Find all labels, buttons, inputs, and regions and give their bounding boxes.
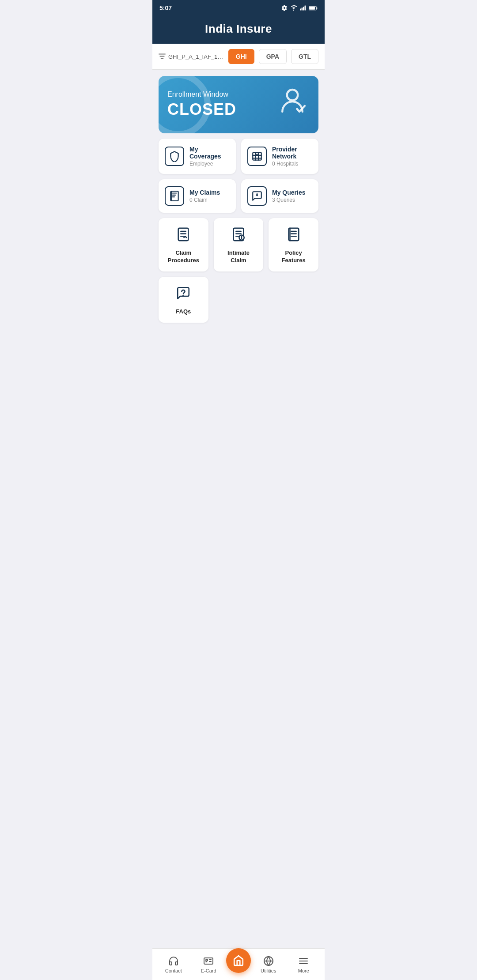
provider-subtitle: 0 Hospitals [272,161,312,167]
settings-icon [281,5,288,11]
my-claims-card[interactable]: My Claims 0 Claim [159,179,236,213]
app-title: India Insure [159,22,318,36]
info-card-row-1: My Coverages Employee Provider Network 0… [159,139,318,174]
provider-network-card[interactable]: Provider Network 0 Hospitals [241,139,318,174]
queries-subtitle: 3 Queries [272,197,305,203]
claims-title: My Claims [189,189,220,196]
status-icons [281,5,318,11]
enrollment-banner: Enrollment Window CLOSED [159,76,318,133]
faqs-card[interactable]: FAQs [159,277,208,323]
svg-rect-1 [300,8,301,10]
intimate-claim-card[interactable]: IntimateClaim [214,218,264,271]
info-card-row-2: My Claims 0 Claim My Queries 3 Queries [159,179,318,213]
enrollment-title: Enrollment Window [167,90,310,98]
policy-id-text: GHI_P_A_1_IAF_190523 [168,53,224,60]
coverages-icon [165,147,184,166]
intimate-claim-label: IntimateClaim [227,249,250,264]
policy-id-container: GHI_P_A_1_IAF_190523 [159,53,224,60]
coverages-subtitle: Employee [189,161,230,167]
policy-features-icon [286,227,301,245]
claims-icon [165,186,184,206]
wifi-icon [290,5,297,11]
enrollment-status: CLOSED [167,100,310,119]
svg-rect-15 [178,228,189,241]
svg-rect-8 [159,54,166,55]
tab-gtl[interactable]: GTL [291,49,318,64]
svg-rect-10 [161,58,163,59]
faqs-label: FAQs [176,308,191,316]
battery-icon [309,6,318,11]
filter-icon [159,53,166,60]
svg-point-19 [183,295,184,296]
svg-rect-3 [303,7,304,10]
policy-selector: GHI_P_A_1_IAF_190523 GHI GPA GTL [152,44,325,70]
queries-text: My Queries 3 Queries [272,189,305,203]
main-content: Enrollment Window CLOSED My Coverages Em… [152,70,325,362]
svg-rect-12 [253,152,261,160]
tab-ghi[interactable]: GHI [228,49,254,64]
status-time: 5:07 [159,4,172,11]
claim-procedures-icon [176,227,191,245]
action-row-1: ClaimProcedures IntimateClaim [159,218,318,271]
queries-icon [247,186,267,206]
svg-rect-6 [317,7,318,9]
policy-features-label: PolicyFeatures [282,249,306,264]
my-queries-card[interactable]: My Queries 3 Queries [241,179,318,213]
signal-icon [300,5,306,11]
svg-rect-7 [309,7,315,9]
queries-title: My Queries [272,189,305,196]
faqs-icon [176,286,191,304]
provider-text: Provider Network 0 Hospitals [272,146,312,167]
claim-procedures-card[interactable]: ClaimProcedures [159,218,208,271]
my-coverages-card[interactable]: My Coverages Employee [159,139,236,174]
status-bar: 5:07 [152,0,325,16]
app-header: India Insure [152,16,325,44]
provider-icon [247,147,267,166]
policy-features-card[interactable]: PolicyFeatures [269,218,318,271]
claims-text: My Claims 0 Claim [189,189,220,203]
svg-rect-2 [302,8,303,10]
provider-title: Provider Network [272,146,312,160]
action-row-2: FAQs [159,277,318,323]
claims-subtitle: 0 Claim [189,197,220,203]
coverages-text: My Coverages Employee [189,146,230,167]
coverages-title: My Coverages [189,146,230,160]
svg-rect-9 [159,56,164,57]
svg-point-0 [293,10,294,11]
svg-rect-4 [305,5,306,10]
tab-gpa[interactable]: GPA [259,49,287,64]
intimate-claim-icon [231,227,246,245]
claim-procedures-label: ClaimProcedures [168,249,200,264]
